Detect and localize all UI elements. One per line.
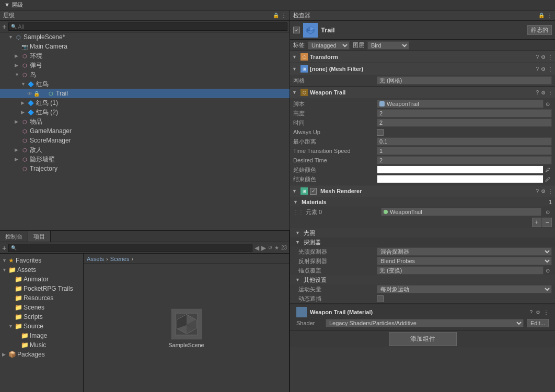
breadcrumb-assets[interactable]: Assets — [87, 256, 104, 262]
mesh-filter-menu[interactable]: ⋮ — [548, 66, 553, 72]
alwaysup-checkbox[interactable] — [377, 129, 384, 136]
packages-item[interactable]: ▶ 📦 Packages — [0, 350, 83, 359]
lock-icon[interactable]: 🔒 — [538, 13, 545, 18]
tab-project[interactable]: 项目 — [28, 231, 51, 242]
time-value[interactable]: 2 — [377, 118, 552, 127]
transition-value[interactable]: 1 — [377, 147, 552, 155]
add-hierarchy-btn[interactable]: + — [2, 22, 6, 31]
star-btn[interactable]: ★ — [274, 245, 279, 251]
weapon-trail-header[interactable]: ▼ ⬡ Weapon Trail ? ⚙ ⋮ — [290, 87, 555, 98]
animator-item[interactable]: 📁 Animator — [0, 275, 83, 284]
project-search[interactable]: 🔍 — [8, 244, 252, 252]
script-value[interactable]: WeaponTrail — [377, 100, 544, 108]
folder-icon: 📁 — [15, 313, 22, 320]
tree-item-trail[interactable]: 👁 🔒 ⬡ Trail ➤ — [0, 89, 290, 98]
add-project-btn[interactable]: + — [2, 244, 6, 252]
asset-samplescene[interactable]: SampleScene — [168, 308, 204, 348]
lighting-subheader[interactable]: ▼ 光照 — [290, 228, 555, 237]
edit-button[interactable]: Edit... — [527, 319, 549, 327]
startcolor-value[interactable] — [377, 165, 544, 174]
anchor-target[interactable]: ⊙ — [544, 268, 552, 274]
item-label: Trajectory — [30, 165, 57, 172]
mesh-renderer-header[interactable]: ▼ ⊞ ✓ Mesh Renderer ? ⚙ ⋮ — [290, 185, 555, 197]
materials-header[interactable]: ▼ Materials 1 — [290, 197, 555, 207]
menu-icon[interactable]: ⋮ — [547, 13, 552, 18]
mat-settings[interactable]: ⚙ — [536, 310, 540, 315]
mesh-filter-header[interactable]: ▼ ⊞ [none] (Mesh Filter) ? ⚙ ⋮ — [290, 63, 555, 75]
transform-settings[interactable]: ⚙ — [541, 54, 546, 60]
tree-item-bird[interactable]: ▼ ⬡ 鸟 — [0, 70, 290, 79]
scenes-item[interactable]: 📁 Scenes — [0, 303, 83, 312]
breadcrumb-scenes[interactable]: Scenes — [110, 256, 130, 262]
tree-item-main-camera[interactable]: 📷 Main Camera — [0, 42, 290, 51]
transform-help[interactable]: ? — [536, 54, 539, 60]
shader-select[interactable]: Legacy Shaders/Particles/Additive — [326, 319, 524, 327]
tree-item-gamemanager[interactable]: ⬡ GameManager — [0, 126, 290, 136]
dynamic-checkbox[interactable] — [377, 295, 384, 302]
lock-icon[interactable]: 🔒 — [273, 13, 279, 18]
tree-item-items[interactable]: ▶ ⬡ 物品 — [0, 117, 290, 126]
endcolor-value[interactable] — [377, 175, 544, 183]
desiredtime-text: 2 — [379, 157, 383, 163]
tree-item-env[interactable]: ▶ ⬡ 环境 — [0, 51, 290, 61]
remove-material-btn[interactable]: − — [542, 218, 552, 227]
height-value[interactable]: 2 — [377, 109, 552, 117]
mesh-renderer-menu[interactable]: ⋮ — [548, 188, 553, 194]
add-component-button[interactable]: 添加组件 — [389, 332, 457, 346]
tree-item-samplescene[interactable]: ▼ ⬡ SampleScene* — [0, 32, 290, 42]
reflection-probe-select[interactable]: Blend Probes — [377, 257, 552, 265]
tree-item-red-bird-2[interactable]: ▶ 🔷 红鸟 (2) — [0, 108, 290, 117]
resources-item[interactable]: 📁 Resources — [0, 293, 83, 303]
tab-console[interactable]: 控制台 — [0, 231, 28, 242]
tree-item-scoremanager[interactable]: ⬡ ScoreManager — [0, 136, 290, 145]
mesh-filter-settings[interactable]: ⚙ — [541, 66, 546, 72]
scripts-item[interactable]: 📁 Scripts — [0, 312, 83, 322]
tree-item-red-bird[interactable]: ▼ 🔷 红鸟 — [0, 79, 290, 89]
tree-item-bullet[interactable]: ▶ ⬡ 弹弓 — [0, 61, 290, 70]
transform-menu[interactable]: ⋮ — [548, 54, 553, 60]
startcolor-picker[interactable]: 🖊 — [544, 167, 552, 173]
probe-subheader[interactable]: ▼ 探测器 — [290, 237, 555, 247]
transform-header[interactable]: ▼ ⬡ Transform ? ⚙ ⋮ — [290, 51, 555, 63]
mesh-renderer-help[interactable]: ? — [536, 188, 539, 194]
active-checkbox[interactable]: ✓ — [293, 27, 300, 33]
static-button[interactable]: 静态的 — [527, 25, 552, 35]
other-subheader[interactable]: ▼ 其他设置 — [290, 275, 555, 284]
mat-menu[interactable]: ⋮ — [544, 310, 549, 315]
mesh-renderer-settings[interactable]: ⚙ — [541, 188, 546, 194]
desiredtime-value[interactable]: 2 — [377, 156, 552, 164]
prev-btn[interactable]: ◀ — [255, 244, 259, 252]
script-target[interactable]: ⊙ — [544, 101, 552, 107]
endcolor-picker[interactable]: 🖊 — [544, 176, 552, 182]
weapon-trail-menu[interactable]: ⋮ — [548, 90, 553, 96]
tree-item-enemy[interactable]: ▶ ⬡ 敌人 — [0, 145, 290, 155]
weapon-trail-settings[interactable]: ⚙ — [541, 90, 546, 96]
tree-item-red-bird-1[interactable]: ▶ 🔷 红鸟 (1) ➤ — [0, 98, 290, 108]
tree-item-invis-wall[interactable]: ▶ ⬡ 隐形墙壁 — [0, 155, 290, 164]
tree-item-trajectory[interactable]: ⬡ Trajectory — [0, 164, 290, 173]
next-btn[interactable]: ▶ — [261, 244, 266, 252]
element0-value[interactable]: WeaponTrail — [381, 208, 541, 216]
favorites-item[interactable]: ▼ ★ Favorites — [0, 256, 83, 265]
hierarchy-search[interactable]: 🔍 All — [8, 22, 287, 31]
motion-select[interactable]: 每对象运动 — [377, 285, 552, 293]
weapon-trail-help[interactable]: ? — [536, 90, 539, 96]
mesh-renderer-checkbox[interactable]: ✓ — [310, 188, 317, 195]
light-probe-select[interactable]: 混合探测器 — [377, 247, 552, 256]
music-item[interactable]: 📁 Music — [0, 340, 83, 350]
image-item[interactable]: 📁 Image — [0, 331, 83, 340]
mindist-value[interactable]: 0.1 — [377, 137, 552, 146]
menu-icon[interactable]: ⋮ — [281, 13, 286, 18]
refresh-btn[interactable]: ↺ — [268, 245, 272, 251]
assets-item[interactable]: ▼ 📁 Assets — [0, 265, 83, 275]
mesh-filter-help[interactable]: ? — [536, 66, 539, 72]
tag-label: 标签 — [293, 41, 305, 49]
element0-target[interactable]: ⊙ — [544, 209, 552, 215]
layer-select[interactable]: Bird — [367, 41, 409, 50]
tag-select[interactable]: Untagged — [308, 41, 350, 50]
mat-help[interactable]: ? — [529, 310, 533, 315]
add-material-btn[interactable]: + — [532, 218, 541, 227]
time-text: 2 — [379, 120, 383, 126]
source-item[interactable]: ▼ 📁 Source — [0, 322, 83, 331]
pocketrpg-item[interactable]: 📁 PocketRPG Trails — [0, 284, 83, 293]
